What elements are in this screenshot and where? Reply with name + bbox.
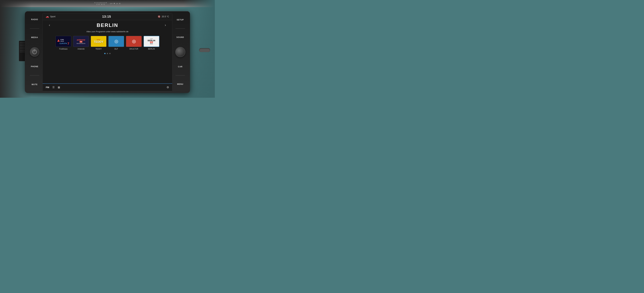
- antenne-name-text: antenne: [77, 39, 85, 41]
- list-view-button[interactable]: ☰: [52, 86, 54, 89]
- antenne-rbb-badge: rbb: [80, 41, 82, 43]
- preset-antenne[interactable]: antenne rbb BRANDENBURG Antennb: [73, 36, 89, 50]
- setup-button[interactable]: SETUP: [172, 18, 188, 22]
- airbag-indicators: OFF ✖ ON ⊗: [108, 3, 120, 5]
- preset-logo-berlin: radio BERLIN rbb 88,8: [144, 36, 159, 47]
- pagination-dot-3[interactable]: [109, 53, 110, 54]
- header-right: 🔇 20.5 °C: [158, 15, 169, 18]
- teddy-radio-text: RADIO: [97, 39, 100, 40]
- preset-logo-funkhaus: FUNKHAUS EUROPA 7: [56, 36, 71, 47]
- station-header: ‹ BERLIN ›: [42, 20, 172, 30]
- preset-dlf[interactable]: ◎ DLF: [108, 36, 124, 50]
- prev-station-button[interactable]: ‹: [47, 23, 52, 28]
- screen-footer: FM ☰ ▦ ⚙: [42, 83, 172, 91]
- radio-button[interactable]: RADIO: [27, 18, 42, 22]
- funkhaus-europa-label: EUROPA: [60, 43, 67, 44]
- car-drive-icon: 🚗: [46, 15, 49, 18]
- preset-label-funkhaus: Funkhaus: [59, 48, 68, 50]
- preset-funkhaus[interactable]: FUNKHAUS EUROPA 7 Funkhaus: [56, 36, 71, 50]
- pagination-dot-1[interactable]: [104, 53, 106, 54]
- dkultur-logo-inner: ◎: [127, 37, 141, 46]
- preset-label-dkultur: DKULTUR: [130, 48, 138, 50]
- divider-2: [30, 75, 39, 76]
- power-knob[interactable]: [30, 47, 39, 57]
- volume-icon: 🔇: [158, 15, 160, 18]
- funkhaus-logo-inner: FUNKHAUS EUROPA 7: [56, 37, 70, 46]
- preset-label-teddy: TEDDY: [96, 48, 102, 50]
- sound-button[interactable]: SOUND: [172, 35, 188, 39]
- dlf-logo-inner: ◎: [109, 37, 123, 46]
- airbag-icon-2: ⊗: [119, 3, 120, 5]
- top-bar: PASSENGER AIR BAG OFF ✖ ON ⊗: [0, 0, 215, 7]
- menu-button[interactable]: MENU: [172, 82, 188, 86]
- funkhaus-number: 7: [68, 42, 69, 46]
- car-button[interactable]: CAR: [172, 65, 188, 69]
- left-button-panel: RADIO MEDIA PHONE MUTE: [27, 13, 42, 91]
- divider-4: [176, 75, 185, 76]
- airbag-icon-1: ✖: [114, 3, 115, 5]
- settings-button[interactable]: ⚙: [166, 86, 169, 89]
- presets-container: FUNKHAUS EUROPA 7 Funkhaus: [42, 34, 172, 52]
- antenne-rbb-label: rbb: [80, 41, 82, 43]
- berlin-name-text: BERLIN: [148, 40, 155, 42]
- airbag-label: PASSENGER: [94, 2, 107, 4]
- airbag-off-label: OFF: [110, 3, 112, 5]
- preset-teddy[interactable]: RADIO TEDDY TEDDY: [91, 36, 106, 50]
- infotainment-unit: RADIO MEDIA PHONE MUTE 🚗 Sport: [25, 11, 190, 93]
- teddy-name-text: TEDDY: [94, 40, 103, 44]
- preset-logo-antenne: antenne rbb BRANDENBURG: [73, 36, 89, 47]
- pagination-dots: [42, 52, 172, 55]
- volume-knob[interactable]: [175, 47, 186, 57]
- mute-button[interactable]: MUTE: [27, 83, 42, 87]
- funkhaus-text-block: FUNKHAUS: [60, 39, 64, 42]
- band-selector[interactable]: FM: [46, 86, 49, 89]
- header-left: 🚗 Sport: [46, 15, 55, 18]
- clock-display: 13:15: [102, 15, 111, 19]
- preset-logo-teddy: RADIO TEDDY: [91, 36, 106, 47]
- pagination-dot-2[interactable]: [107, 53, 108, 54]
- preset-logo-dkultur: ◎: [126, 36, 142, 47]
- antenne-sub-label: BRANDENBURG: [76, 43, 86, 44]
- berlin-rbb-badge: rbb: [150, 42, 153, 43]
- funkhaus-triangle-icon: [57, 39, 60, 42]
- dkultur-waves-icon: ◎: [132, 39, 136, 44]
- antenne-logo-inner: antenne rbb BRANDENBURG: [74, 37, 88, 46]
- berlin-logo-inner: radio BERLIN rbb 88,8: [144, 36, 159, 47]
- phone-button[interactable]: PHONE: [27, 65, 42, 69]
- preset-label-dlf: DLF: [114, 48, 118, 50]
- screen-main: ‹ BERLIN › Alles zum Programm unter www.…: [42, 20, 172, 83]
- drive-mode: Sport: [50, 15, 55, 18]
- power-icon: [32, 50, 37, 54]
- station-subtitle: Alles zum Programm unter www.radioberlin…: [42, 30, 172, 34]
- dashboard: PASSENGER AIR BAG OFF ✖ ON ⊗ RADIO: [0, 0, 215, 98]
- preset-label-berlin: BERLIN: [148, 48, 155, 50]
- preset-dkultur[interactable]: ◎ DKULTUR: [126, 36, 142, 50]
- teddy-logo-inner: RADIO TEDDY: [92, 37, 106, 46]
- airbag-sublabel: AIR BAG: [96, 4, 105, 5]
- preset-label-antenne: Antennb: [78, 48, 84, 50]
- airbag-on-label: ON: [116, 3, 118, 5]
- berlin-freq-label: 88,8: [150, 43, 153, 45]
- dlf-waves-icon: ◎: [114, 39, 118, 44]
- temperature-display: 20.5 °C: [162, 15, 169, 18]
- preset-logo-dlf: ◎: [108, 36, 124, 47]
- controls-row: RADIO MEDIA PHONE MUTE 🚗 Sport: [27, 13, 188, 91]
- grid-view-button[interactable]: ▦: [58, 86, 60, 89]
- media-button[interactable]: MEDIA: [27, 36, 42, 40]
- berlin-rbb-label: rbb: [150, 42, 153, 43]
- current-station-name: BERLIN: [52, 22, 163, 28]
- right-button-panel: SETUP SOUND CAR MENU: [172, 13, 188, 91]
- door-handle: [199, 48, 210, 52]
- next-station-button[interactable]: ›: [163, 23, 168, 28]
- infotainment-screen: 🚗 Sport 13:15 🔇 20.5 °C ‹ BERLIN: [42, 13, 172, 91]
- footer-left: FM ☰ ▦: [46, 86, 60, 89]
- preset-berlin[interactable]: radio BERLIN rbb 88,8 BERLIN: [144, 36, 159, 50]
- screen-header: 🚗 Sport 13:15 🔇 20.5 °C: [42, 13, 172, 20]
